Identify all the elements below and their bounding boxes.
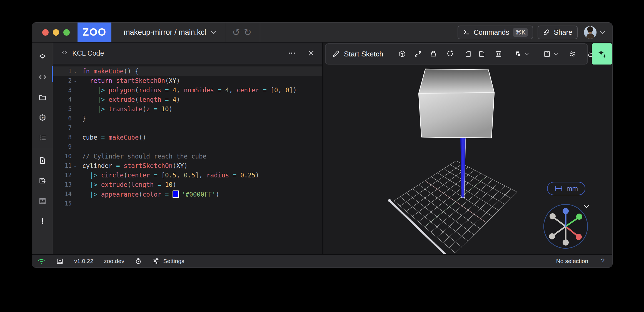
code-line[interactable]: 15 [53,199,322,208]
zoom-window-button[interactable] [63,29,70,36]
kcl-code-panel: KCL Code 1⌄fn makeCube() {2⌄ return star… [53,43,323,254]
code-line[interactable]: 8cube = makeCube() [53,133,322,142]
zoo-logo[interactable]: ZOO [78,23,111,42]
units-menu[interactable]: mm [547,182,585,195]
extrude-button[interactable] [396,44,408,64]
text-to-cad-button[interactable] [592,43,612,65]
line-number: 12 [55,172,72,179]
code-line[interactable]: 3 |> polygon(radius = 4, numSides = 4, c… [53,85,322,95]
code-text: |> extrude(length = 10) [79,181,176,188]
code-line[interactable]: 14 |> appearance(color = '#0000FF') [53,189,322,199]
app-version[interactable]: v1.0.22 [74,258,93,264]
sweep-icon [414,50,422,58]
code-text: |> appearance(color = '#0000FF') [79,190,219,198]
code-line[interactable]: 7 [53,123,322,133]
revolve-button[interactable] [444,44,456,64]
code-text: cylinder = startSketchOn(XY) [79,162,188,169]
units-value: mm [566,185,578,193]
exclamation-icon [38,217,47,226]
chamfer-button[interactable] [476,44,488,64]
code-text: |> circle(center = [0.5, 0.5], radius = … [79,172,259,179]
gizmo-pos-x [576,234,582,240]
3d-viewport[interactable]: Start Sketch [323,43,612,254]
help-button[interactable]: ? [601,257,605,265]
pencil-icon [331,49,340,58]
code-line[interactable]: 6} [53,114,322,123]
fold-chevron-icon[interactable]: ⌄ [72,69,79,73]
code-line[interactable]: 12 |> circle(center = [0.5, 0.5], radius… [53,170,322,180]
code-line[interactable]: 2⌄ return startSketchOn(XY) [53,76,322,85]
redo-icon[interactable]: ↻ [244,28,252,37]
plane-menu-chevron[interactable] [553,44,558,64]
user-menu-chevron-icon[interactable] [600,31,605,34]
cube-solid [419,69,494,138]
settings-button[interactable]: Settings [153,257,184,265]
share-button[interactable]: Share [538,26,578,39]
divider [260,22,260,42]
fillet-button[interactable] [462,44,474,64]
code-line[interactable]: 10// Cylinder should reach the cube [53,152,322,161]
sidebar-item-errors[interactable] [32,211,53,231]
default-plane-grid [394,161,517,253]
overflow-menu-icon[interactable] [288,52,295,54]
orientation-gizmo[interactable] [543,204,588,249]
code-editor[interactable]: 1⌄fn makeCube() {2⌄ return startSketchOn… [53,64,322,254]
sidebar-item-kcl-code[interactable] [32,67,53,87]
fillet-icon [464,50,472,58]
project-menu[interactable]: makeup-mirror / main.kcl [124,28,216,37]
code-line[interactable]: 1⌄fn makeCube() { [53,66,322,76]
site-link[interactable]: zoo.dev [104,258,124,264]
export-arrow-icon [38,177,47,185]
code-text: fn makeCube() { [79,68,139,75]
code-text: cube = makeCube() [79,134,146,141]
code-line[interactable]: 9 [53,142,322,152]
color-swatch[interactable] [173,190,179,198]
selection-status: No selection [556,258,588,264]
helix-button[interactable] [566,44,579,64]
plane-button[interactable] [541,44,553,64]
title-bar: ZOO makeup-mirror / main.kcl ↺ ↻ Command… [32,23,612,43]
helix-icon [568,50,577,58]
link-icon [543,29,550,36]
sidebar-item-feature-tree[interactable] [32,46,53,67]
code-line[interactable]: 4 |> extrude(length = 4) [53,95,322,104]
axis-handle-dot [388,199,391,202]
sidebar-item-command-log[interactable] [32,128,53,148]
sweep-button[interactable] [412,44,424,64]
gizmo-neg-z [563,239,569,246]
sidebar-item-export[interactable] [32,150,53,170]
close-icon[interactable] [308,50,314,56]
variables-hexagon-icon: x [38,113,47,122]
undo-icon[interactable]: ↺ [232,28,240,37]
start-sketch-button[interactable] [330,44,342,64]
sidebar-item-project-files[interactable] [32,87,53,107]
close-window-button[interactable] [42,29,49,36]
start-sketch-label[interactable]: Start Sketch [344,44,383,64]
network-status-button[interactable] [37,257,46,265]
sidebar-item-print-3d[interactable] [32,191,53,211]
fold-chevron-icon[interactable]: ⌄ [72,164,79,168]
commands-label: Commands [474,28,509,36]
line-number: 7 [55,125,72,131]
user-avatar[interactable] [584,26,597,39]
revolve-icon [446,50,454,58]
sidebar-item-variables[interactable]: x [32,107,53,128]
loft-button[interactable] [427,44,440,64]
shell-button[interactable] [492,44,505,64]
print-status-button[interactable] [56,257,64,265]
code-line[interactable]: 11⌄cylinder = startSketchOn(XY) [53,161,322,170]
fold-chevron-icon[interactable]: ⌄ [72,78,79,83]
minimize-window-button[interactable] [53,29,59,36]
line-number: 2 [55,77,72,84]
boolean-menu-chevron[interactable] [524,44,529,64]
file-download-icon [38,156,47,165]
code-line[interactable]: 13 |> extrude(length = 10) [53,180,322,189]
boolean-button[interactable] [512,44,524,64]
printer-3d-icon [56,257,64,265]
code-line[interactable]: 5 |> translate(z = 10) [53,104,322,114]
timer-button[interactable] [135,257,142,265]
extrude-cube-icon [398,50,406,58]
sidebar-item-share-export[interactable] [32,170,53,191]
commands-button[interactable]: Commands ⌘K [458,26,533,39]
window-controls [42,29,70,36]
